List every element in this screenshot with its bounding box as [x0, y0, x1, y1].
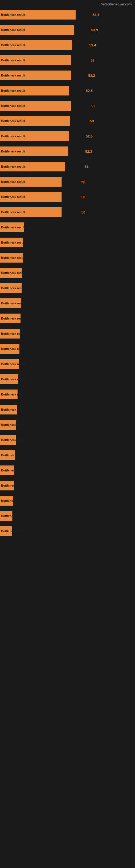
bar-label: Bottleneck: [1, 514, 16, 518]
bar-item: Bottleneck result50: [0, 175, 135, 188]
bar-item: Bottleneck result53.9: [0, 23, 135, 36]
bar-item: Bottleneck: [0, 509, 135, 522]
bar-label: Bottleneck res: [1, 393, 21, 396]
bar-item: Bottleneck result: [0, 418, 135, 431]
bar-label: Bottleneck result: [1, 150, 25, 153]
bar-item: Bottleneck result: [0, 297, 135, 310]
bar-row: Bottleneck result: [0, 281, 135, 296]
bar-value: 50: [82, 180, 85, 184]
bar-item: Bottleneck res: [0, 403, 135, 416]
bar-item: Bottleneck r: [0, 479, 135, 492]
bar-item: Bottleneck result: [0, 358, 135, 371]
bar-row: Bottleneck result: [0, 417, 135, 433]
bar-item: Bottleneck result53: [0, 54, 135, 67]
bar-item: Bottleneck result: [0, 267, 135, 279]
bar-item: Bottleneck r: [0, 464, 135, 477]
bar-label: Bottleneck r: [1, 454, 18, 457]
bar-label: Bottleneck result: [1, 180, 25, 183]
bar-item: Bottleneck result: [0, 251, 135, 264]
bar-row: Bottleneck res: [0, 433, 135, 448]
bar-label: Bottleneck res: [1, 408, 21, 411]
bar-label: Bottleneck re: [1, 529, 20, 533]
bar-item: Bottleneck result53: [0, 115, 135, 127]
bar-item: Bottleneck result53: [0, 99, 135, 112]
bar-row: Bottleneck result: [0, 341, 135, 357]
bar-item: Bottleneck result: [0, 342, 135, 355]
bar-label: Bottleneck result: [1, 195, 25, 198]
bar-item: Bottleneck result52.5: [0, 130, 135, 143]
bar-label: Bottleneck result: [1, 165, 25, 168]
bar-label: Bottleneck r: [1, 499, 18, 502]
bar-row: Bottleneck result: [0, 311, 135, 326]
bar-row: Bottleneck r: [0, 478, 135, 493]
header: TheBottlenecker.com: [0, 0, 135, 7]
bar-value: 52.5: [86, 134, 93, 138]
bar-row: Bottleneck result: [0, 266, 135, 281]
bar-item: Bottleneck result52.3: [0, 145, 135, 158]
bar-row: Bottleneck result: [0, 372, 135, 387]
bar-value: 53: [90, 119, 94, 123]
bar-label: Bottleneck result: [1, 302, 25, 305]
bar-row: Bottleneck res: [0, 402, 135, 417]
bar-value: 53: [91, 104, 94, 108]
bar-row: Bottleneck r: [0, 463, 135, 478]
bar-label: Bottleneck result: [1, 256, 25, 259]
bar-label: Bottleneck result: [1, 13, 25, 16]
bar-row: Bottleneck result: [0, 220, 135, 235]
bar-value: 53.9: [91, 28, 98, 32]
bar-label: Bottleneck result: [1, 317, 25, 320]
bar-label: Bottleneck result: [1, 74, 25, 77]
bar-row: Bottleneck result52.5: [0, 129, 135, 144]
bar-item: Bottleneck result50: [0, 206, 135, 219]
bar-item: Bottleneck re: [0, 525, 135, 538]
bar-item: Bottleneck r: [0, 494, 135, 507]
bar-row: Bottleneck result53: [0, 98, 135, 114]
bar-value: 52.5: [86, 89, 93, 93]
bar-row: Bottleneck result52.5: [0, 83, 135, 98]
bar-label: Bottleneck result: [1, 286, 25, 290]
bar-label: Bottleneck result: [1, 423, 25, 426]
bar-label: Bottleneck result: [1, 241, 25, 244]
bar-item: Bottleneck result51: [0, 160, 135, 173]
bar-value: 53.4: [89, 43, 96, 47]
bar-label: Bottleneck result: [1, 347, 25, 350]
bar-value: 53: [91, 58, 94, 62]
bar-item: Bottleneck result: [0, 312, 135, 325]
bar-row: Bottleneck result: [0, 296, 135, 311]
bar-item: Bottleneck result: [0, 373, 135, 386]
bar-row: Bottleneck re: [0, 524, 135, 539]
bar-row: Bottleneck res: [0, 387, 135, 402]
bar-label: Bottleneck result: [1, 104, 25, 107]
bars-container: Bottleneck result54.1Bottleneck result53…: [0, 7, 135, 539]
bar-item: Bottleneck res: [0, 388, 135, 401]
bar-item: Bottleneck res: [0, 433, 135, 446]
bar-label: Bottleneck result: [1, 226, 25, 229]
bar-row: Bottleneck r: [0, 448, 135, 463]
bar-label: Bottleneck result: [1, 28, 25, 31]
bar-item: Bottleneck result: [0, 327, 135, 340]
bar-label: Bottleneck result: [1, 211, 25, 214]
bar-row: Bottleneck result53.9: [0, 23, 135, 38]
bar-value: 50: [82, 210, 85, 214]
bar-row: Bottleneck result50: [0, 205, 135, 220]
bar-row: Bottleneck result53: [0, 53, 135, 68]
bar-item: Bottleneck r: [0, 448, 135, 462]
bar-value: 53.2: [88, 73, 95, 78]
bar-row: Bottleneck result: [0, 235, 135, 250]
bar-label: Bottleneck r: [1, 484, 18, 487]
bar-item: Bottleneck result53.4: [0, 38, 135, 52]
bar-label: Bottleneck result: [1, 332, 25, 335]
bar-row: Bottleneck result53.4: [0, 38, 135, 53]
bar-label: Bottleneck r: [1, 469, 18, 472]
bar-row: Bottleneck result: [0, 250, 135, 266]
bar-value: 50: [82, 195, 85, 199]
bar-item: Bottleneck result52.5: [0, 84, 135, 97]
bar-row: Bottleneck result51: [0, 159, 135, 175]
bar-item: Bottleneck result50: [0, 190, 135, 204]
bar-item: Bottleneck result: [0, 236, 135, 249]
bar-item: Bottleneck result53.2: [0, 69, 135, 82]
bar-row: Bottleneck: [0, 508, 135, 524]
bar-label: Bottleneck result: [1, 89, 25, 92]
bar-row: Bottleneck result54.1: [0, 7, 135, 23]
bar-row: Bottleneck result: [0, 357, 135, 372]
